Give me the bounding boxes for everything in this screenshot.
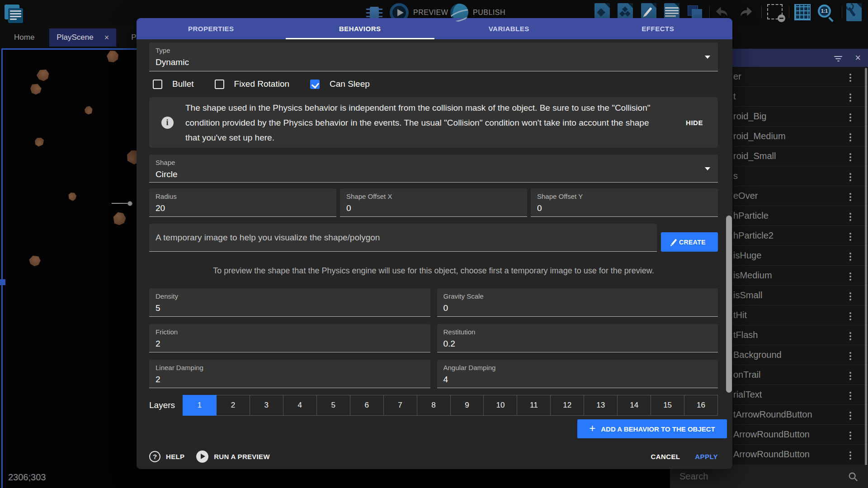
layer-cell-11[interactable]: 11 bbox=[517, 395, 551, 416]
restitution-field[interactable]: Restitution0.2 bbox=[437, 324, 718, 352]
add-behavior-button[interactable]: + ADD A BEHAVIOR TO THE OBJECT bbox=[577, 419, 727, 438]
asteroid-sprite[interactable] bbox=[33, 136, 46, 148]
search-input[interactable] bbox=[670, 471, 848, 482]
layer-cell-12[interactable]: 12 bbox=[550, 395, 584, 416]
angular-damping-field[interactable]: Angular Damping4 bbox=[437, 360, 718, 388]
item-menu-icon[interactable] bbox=[849, 392, 851, 394]
shape-offset-y-field[interactable]: Shape Offset Y0 bbox=[531, 188, 718, 217]
asteroid-sprite[interactable] bbox=[112, 211, 127, 226]
layer-cell-10[interactable]: 10 bbox=[483, 395, 517, 416]
asteroid-sprite[interactable] bbox=[66, 191, 78, 202]
zoom-1-1-icon[interactable]: 1:1 bbox=[816, 3, 835, 21]
layer-cell-8[interactable]: 8 bbox=[417, 395, 451, 416]
item-menu-icon[interactable] bbox=[849, 74, 851, 75]
layer-cell-9[interactable]: 9 bbox=[450, 395, 484, 416]
item-menu-icon[interactable] bbox=[849, 233, 851, 235]
create-button[interactable]: CREATE bbox=[661, 232, 718, 252]
apply-button[interactable]: APPLY bbox=[695, 453, 718, 460]
field-value: 0 bbox=[443, 303, 718, 313]
item-menu-icon[interactable] bbox=[849, 312, 851, 314]
project-manager-icon[interactable] bbox=[5, 5, 25, 24]
checkbox-can-sleep[interactable]: Can Sleep bbox=[310, 79, 370, 89]
settings-wrench-icon[interactable] bbox=[845, 3, 863, 21]
item-menu-icon[interactable] bbox=[849, 193, 851, 195]
dialog-tab-behaviors[interactable]: BEHAVIORS bbox=[286, 18, 435, 39]
shape-offset-x-field[interactable]: Shape Offset X0 bbox=[340, 188, 527, 217]
add-behavior-label: ADD A BEHAVIOR TO THE OBJECT bbox=[601, 425, 715, 433]
checkbox-box[interactable] bbox=[310, 80, 320, 89]
layer-cell-15[interactable]: 15 bbox=[651, 395, 684, 416]
asteroid-sprite[interactable] bbox=[28, 253, 42, 268]
item-menu-icon[interactable] bbox=[849, 412, 851, 413]
object-name: isSmall bbox=[733, 290, 762, 300]
layers-row: Layers 12345678910111213141516 bbox=[149, 395, 718, 416]
layer-cell-13[interactable]: 13 bbox=[584, 395, 618, 416]
field-label: Radius bbox=[156, 192, 336, 200]
asteroid-sprite[interactable] bbox=[107, 51, 118, 62]
layer-cell-3[interactable]: 3 bbox=[250, 395, 283, 416]
checkbox-box[interactable] bbox=[153, 80, 162, 89]
layer-cell-16[interactable]: 16 bbox=[684, 395, 718, 416]
item-menu-icon[interactable] bbox=[849, 272, 851, 274]
close-tab-icon[interactable]: × bbox=[104, 33, 109, 42]
layer-cell-14[interactable]: 14 bbox=[617, 395, 651, 416]
layer-cell-1[interactable]: 1 bbox=[183, 395, 217, 416]
asteroid-sprite[interactable] bbox=[29, 82, 42, 96]
asteroid-sprite[interactable] bbox=[35, 67, 51, 83]
shape-label: Shape bbox=[156, 159, 718, 166]
help-button[interactable]: ? HELP bbox=[149, 451, 184, 462]
cancel-button[interactable]: CANCEL bbox=[651, 453, 680, 460]
layer-cell-4[interactable]: 4 bbox=[283, 395, 317, 416]
item-menu-icon[interactable] bbox=[849, 153, 851, 155]
panel-scrollbar[interactable] bbox=[865, 68, 867, 468]
temp-image-field[interactable]: A temporary image to help you visualize … bbox=[149, 224, 657, 252]
layer-cell-5[interactable]: 5 bbox=[316, 395, 350, 416]
item-menu-icon[interactable] bbox=[849, 451, 851, 453]
dialog-tab-properties[interactable]: PROPERTIES bbox=[137, 18, 286, 39]
close-panel-icon[interactable]: × bbox=[855, 54, 861, 62]
radius-field[interactable]: Radius20 bbox=[149, 188, 336, 217]
friction-field[interactable]: Friction2 bbox=[149, 324, 430, 352]
item-menu-icon[interactable] bbox=[849, 372, 851, 374]
editor-tab-playscene[interactable]: PlayScene× bbox=[49, 28, 116, 47]
item-menu-icon[interactable] bbox=[849, 253, 851, 254]
layer-cell-2[interactable]: 2 bbox=[216, 395, 250, 416]
dialog-tab-effects[interactable]: EFFECTS bbox=[584, 18, 733, 39]
item-menu-icon[interactable] bbox=[849, 94, 851, 95]
item-menu-icon[interactable] bbox=[849, 133, 851, 135]
grid-icon[interactable] bbox=[793, 3, 811, 21]
dialog-scrollbar-thumb[interactable] bbox=[726, 216, 732, 393]
hide-button[interactable]: HIDE bbox=[671, 119, 718, 127]
object-name: ArrowRoundButton bbox=[733, 449, 810, 460]
shape-select[interactable]: Shape Circle bbox=[149, 155, 718, 183]
object-name: tFlash bbox=[733, 330, 758, 340]
redo-icon[interactable] bbox=[736, 3, 755, 21]
field-label: Gravity Scale bbox=[443, 292, 718, 300]
shape-params-row: Radius20Shape Offset X0Shape Offset Y0 bbox=[149, 188, 718, 217]
object-name: isHuge bbox=[733, 250, 761, 261]
filter-icon[interactable] bbox=[834, 55, 843, 61]
field-label: Restitution bbox=[443, 328, 718, 336]
density-field[interactable]: Density5 bbox=[149, 288, 430, 317]
layer-cell-7[interactable]: 7 bbox=[383, 395, 417, 416]
linear-damping-field[interactable]: Linear Damping2 bbox=[149, 360, 430, 388]
run-preview-button[interactable]: RUN A PREVIEW bbox=[196, 450, 270, 463]
item-menu-icon[interactable] bbox=[849, 432, 851, 433]
layer-cell-6[interactable]: 6 bbox=[350, 395, 384, 416]
editor-tab-home[interactable]: Home bbox=[7, 28, 42, 47]
item-menu-icon[interactable] bbox=[849, 213, 851, 215]
item-menu-icon[interactable] bbox=[849, 113, 851, 115]
checkbox-fixed-rotation[interactable]: Fixed Rotation bbox=[215, 79, 290, 89]
selection-handle[interactable] bbox=[0, 279, 5, 285]
checkbox-box[interactable] bbox=[215, 80, 224, 89]
field-value: 5 bbox=[156, 303, 430, 313]
item-menu-icon[interactable] bbox=[849, 352, 851, 354]
item-menu-icon[interactable] bbox=[849, 332, 851, 334]
gravity-scale-field[interactable]: Gravity Scale0 bbox=[437, 288, 718, 317]
checkbox-bullet[interactable]: Bullet bbox=[153, 79, 194, 89]
asteroid-sprite[interactable] bbox=[83, 105, 94, 115]
mask-selection-icon[interactable] bbox=[766, 3, 784, 21]
item-menu-icon[interactable] bbox=[849, 173, 851, 175]
item-menu-icon[interactable] bbox=[849, 292, 851, 294]
type-select[interactable]: Type Dynamic bbox=[149, 42, 718, 71]
